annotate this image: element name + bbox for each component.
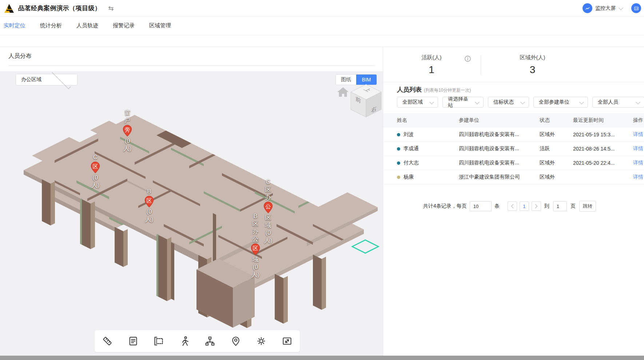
- pin-icon[interactable]: 区: [144, 196, 154, 208]
- map-marker-2[interactable]: B区(0人): [144, 188, 154, 223]
- personnel-panel: 活跃(人) 1 区域外(人) 3 人员列表 (列表每10分钟更新一次) 全部区域…: [383, 47, 644, 356]
- current-page-button[interactable]: 1: [520, 201, 529, 211]
- building-model[interactable]: [0, 71, 383, 356]
- detail-link[interactable]: 详情: [633, 131, 643, 137]
- bottom-strip: [0, 356, 644, 360]
- page-size-input[interactable]: [470, 201, 492, 211]
- chevron-down-icon: [520, 100, 525, 104]
- monitor-screen-label[interactable]: 监控大屏: [595, 5, 616, 12]
- cell-time: 2021-05-20 22:4...: [573, 160, 628, 166]
- cell-status: 区域外: [540, 131, 573, 138]
- locate-icon[interactable]: [229, 335, 242, 348]
- pin-icon[interactable]: 区: [251, 243, 260, 255]
- next-page-button[interactable]: [532, 201, 541, 211]
- map-panel-title: 人员分布: [8, 52, 32, 60]
- filter-dropdown-3[interactable]: 全部参建单位: [533, 97, 588, 108]
- fullscreen-icon[interactable]: [281, 335, 294, 348]
- tab-2[interactable]: 人员轨迹: [76, 21, 99, 31]
- prev-page-button[interactable]: [508, 201, 517, 211]
- tab-4[interactable]: 区域管理: [148, 21, 172, 31]
- map-marker-1[interactable]: C区(0人): [91, 153, 100, 189]
- switch-project-icon[interactable]: ⇆: [108, 4, 114, 12]
- col-company: 参建单位: [459, 117, 540, 124]
- table-row-0: 刘波四川颢蓉机电设备安装有...区域外2021-05-19 15:3...详情: [383, 128, 644, 142]
- cell-company: 四川颢蓉机电设备安装有...: [459, 131, 540, 138]
- cell-company: 浙江中豪建设集团有限公司: [459, 174, 540, 180]
- person-track-icon[interactable]: [178, 335, 191, 348]
- stat-active-label: 活跃(人): [397, 54, 466, 61]
- chevron-down-icon: [429, 100, 434, 104]
- filter-dropdown-0[interactable]: 全部区域: [397, 97, 438, 108]
- table-body: 刘波四川颢蓉机电设备安装有...区域外2021-05-19 15:3...详情李…: [383, 128, 644, 184]
- map-marker-4[interactable]: B区办公区域(0人): [251, 212, 260, 279]
- view-cube[interactable]: 上 前 右: [350, 84, 382, 118]
- detail-link[interactable]: 详情: [633, 160, 643, 165]
- list-subtitle: (列表每10分钟更新一次): [424, 87, 471, 93]
- col-name: 姓名: [383, 117, 459, 124]
- view-toggle: 图纸 BIM: [336, 75, 377, 85]
- cell-company: 四川颢蓉机电设备安装有...: [459, 160, 540, 166]
- stats-underline: [383, 82, 644, 82]
- info-icon[interactable]: [465, 56, 471, 62]
- status-dot: [397, 133, 400, 136]
- filter-dropdown-2[interactable]: 信标状态: [488, 97, 529, 108]
- filter-dropdown-1[interactable]: 请选择基站: [442, 97, 484, 108]
- tab-3[interactable]: 报警记录: [112, 21, 135, 31]
- app-header: 品茗经典案例演示（项目级） ⇆ 监控大屏 通: [0, 0, 644, 17]
- badge-icon[interactable]: [631, 3, 641, 13]
- cell-action: 详情: [628, 174, 644, 180]
- pinming-logo-icon: [4, 3, 15, 14]
- table-row-2: 付大志四川颢蓉机电设备安装有...区域外2021-05-20 22:4...详情: [383, 156, 644, 170]
- tab-1[interactable]: 统计分析: [39, 21, 63, 31]
- home-view-icon[interactable]: [337, 87, 349, 97]
- table-header: 姓名 参建单位 状态 最近更新时间 操作: [383, 113, 644, 128]
- pin-icon[interactable]: 公: [263, 201, 273, 213]
- settings-icon[interactable]: [255, 335, 268, 348]
- chevron-down-icon: [579, 100, 584, 104]
- personnel-table: 姓名 参建单位 状态 最近更新时间 操作 刘波四川颢蓉机电设备安装有...区域外…: [383, 113, 644, 184]
- map-marker-0[interactable]: 窗户旁(0人): [123, 109, 132, 152]
- bim-viewport[interactable]: 窗户旁(0人)C区(0人)B区(0人)C区办公区域(0人)B区办公区域(0人) …: [0, 71, 383, 356]
- filter-dropdown-4[interactable]: 全部人员: [592, 97, 644, 108]
- filter-bar: 全部区域请选择基站信标状态全部参建单位全部人员: [397, 97, 644, 108]
- cell-name: 刘波: [383, 131, 459, 138]
- pin-icon[interactable]: 旁: [123, 125, 132, 137]
- cell-status: 活跃: [540, 145, 573, 152]
- cell-time: 2021-08-26 14:5...: [573, 146, 628, 152]
- goto-page-input[interactable]: [553, 201, 567, 211]
- map-marker-3[interactable]: C区办公区域(0人): [263, 178, 273, 244]
- hierarchy-icon[interactable]: [203, 335, 216, 348]
- chevron-down-icon[interactable]: [619, 5, 623, 10]
- table-row-1: 李成通四川颢蓉机电设备安装有...活跃2021-08-26 14:5...详情: [383, 142, 644, 156]
- status-dot: [397, 147, 400, 151]
- drawing-view-button[interactable]: 图纸: [336, 75, 356, 85]
- stat-outside-label: 区域外(人): [495, 54, 570, 61]
- page-label: 页: [571, 203, 576, 209]
- list-icon[interactable]: [127, 335, 140, 348]
- cell-time: 2021-05-19 15:3...: [573, 132, 628, 137]
- jump-button[interactable]: 跳转: [579, 201, 596, 212]
- monitor-screen-icon[interactable]: [583, 3, 592, 13]
- stat-divider: [481, 55, 481, 75]
- pagination-unit: 条: [494, 203, 500, 209]
- col-update-time: 最近更新时间: [573, 117, 628, 124]
- cell-status: 区域外: [540, 160, 573, 166]
- tab-0[interactable]: 实时定位: [3, 21, 26, 31]
- cell-action: 详情: [628, 131, 644, 138]
- section-box-icon[interactable]: [152, 335, 165, 348]
- cell-status: 区域外: [540, 174, 573, 180]
- stat-active: 活跃(人) 1: [397, 54, 466, 76]
- map-toolbar: [95, 330, 300, 352]
- app-title: 品茗经典案例演示（项目级）: [18, 4, 101, 12]
- measure-icon[interactable]: [101, 335, 114, 348]
- detail-link[interactable]: 详情: [633, 145, 643, 151]
- cell-name: 付大志: [383, 160, 459, 166]
- tab-bar: 实时定位统计分析人员轨迹报警记录区域管理: [0, 16, 644, 35]
- list-title-row: 人员列表 (列表每10分钟更新一次): [397, 85, 471, 94]
- stat-active-value: 1: [397, 64, 466, 76]
- detail-link[interactable]: 详情: [633, 174, 643, 180]
- bim-view-button[interactable]: BIM: [356, 75, 377, 85]
- chevron-down-icon: [475, 100, 480, 104]
- pin-icon[interactable]: 区: [91, 161, 100, 173]
- area-select[interactable]: 办公区域: [16, 74, 77, 85]
